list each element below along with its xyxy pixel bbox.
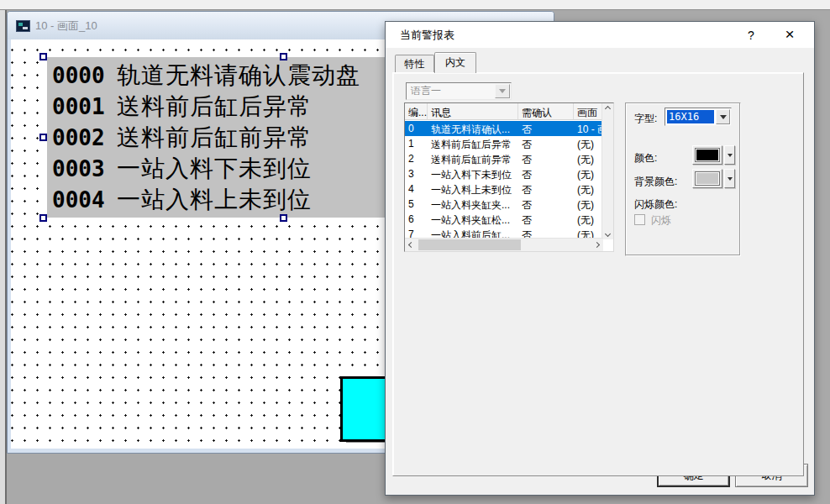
color-swatch-button[interactable] [692,145,722,165]
scroll-up-icon[interactable] [605,106,611,112]
cell-confirm: 否 [518,181,574,197]
scroll-down-icon[interactable] [605,231,611,237]
scrollbar-thumb[interactable] [418,239,521,250]
language-select[interactable]: 语言一 [406,82,512,100]
window-title: 10 - 画面_10 [35,18,97,34]
table-row[interactable]: 5 一站入料夹缸夹... 否 (无) [405,197,603,212]
font-select-value: 16X16 [667,110,714,123]
help-button[interactable]: ? [740,26,762,45]
cell-confirm: 否 [518,166,574,181]
column-header-message[interactable]: 讯息 [428,103,518,119]
selection-handle-bottom-mid[interactable] [280,214,287,222]
screen-icon [16,20,30,32]
alarm-message: 一站入料上未到位 [117,184,312,216]
cell-number: 1 [405,136,428,151]
bg-color-dropdown-button[interactable] [724,169,735,188]
cell-confirm: 否 [518,121,574,136]
cell-message: 轨道无料请确认... [428,121,518,136]
table-row[interactable]: 0 轨道无料请确认... 否 10 - 画 [405,121,603,136]
alarm-code: 0002 [52,125,106,150]
cell-screen: (无) [574,181,603,197]
alarm-code: 0003 [52,156,106,181]
cell-number: 3 [405,166,428,181]
tab-page-content: 语言一 编... 讯息 需确认 画面 0 轨道无料请确认... 否 10 - 画… [392,72,804,476]
selection-handle-top-left[interactable] [39,53,47,60]
table-row[interactable]: 4 一站入料上未到位 否 (无) [405,181,603,197]
font-select[interactable]: 16X16 [665,108,732,126]
app-top-strip [0,0,830,10]
chevron-down-icon [716,109,730,124]
alarm-message: 送料前后缸后异常 [117,91,312,123]
blink-checkbox[interactable] [634,214,645,225]
selection-handle-top-mid[interactable] [280,53,287,60]
column-header-number[interactable]: 编... [405,103,428,119]
color-swatch [696,149,719,161]
bg-color-swatch [696,172,719,185]
cell-screen: (无) [574,136,603,151]
dialog-title: 当前警报表 [400,28,454,43]
selection-handle-mid-left[interactable] [39,134,47,141]
app-left-strip [0,10,7,504]
cell-screen: (无) [574,166,603,181]
cell-message: 送料前后缸后异常 [428,136,518,151]
cell-number: 4 [405,181,428,197]
cell-confirm: 否 [518,136,574,151]
bg-color-swatch-button[interactable] [692,169,722,188]
cell-number: 6 [405,212,428,227]
alarm-message-table[interactable]: 编... 讯息 需确认 画面 0 轨道无料请确认... 否 10 - 画 1 送… [404,102,614,252]
alarm-code: 0001 [52,94,106,119]
alarm-message: 送料前后缸前异常 [117,122,312,154]
scroll-right-icon[interactable] [594,242,600,248]
alarm-message: 轨道无料请确认震动盘 [117,60,360,92]
table-row[interactable]: 3 一站入料下未到位 否 (无) [405,166,603,181]
alarm-code: 0000 [52,63,106,88]
alarm-table-dialog: 当前警报表 ? × 特性 内文 语言一 编... 讯息 需确认 画面 0 轨道无… [385,21,815,496]
table-header: 编... 讯息 需确认 画面 [405,103,603,120]
alarm-message: 一站入料下未到位 [117,153,312,185]
cell-message: 一站入料夹缸松... [428,212,518,227]
scroll-left-icon[interactable] [408,242,414,248]
cell-screen: 10 - 画 [574,121,603,136]
color-label: 颜色: [634,151,657,165]
tab-content[interactable]: 内文 [434,52,476,73]
table-row[interactable]: 1 送料前后缸后异常 否 (无) [405,136,603,151]
cell-screen: (无) [574,212,603,227]
cell-number: 2 [405,151,428,166]
font-settings-panel: 字型: 16X16 颜色: 背景颜色: 闪烁颜色: 闪烁 [625,102,741,256]
cell-message: 一站入料上未到位 [428,181,518,197]
cell-confirm: 否 [518,212,574,227]
cell-message: 一站入料夹缸夹... [428,197,518,212]
chevron-down-icon [495,84,510,98]
cell-message: 一站入料下未到位 [428,166,518,181]
tab-properties[interactable]: 特性 [395,55,434,72]
bg-color-label: 背景颜色: [634,175,677,189]
close-icon[interactable]: × [777,24,802,45]
column-header-screen[interactable]: 画面 [574,103,603,119]
table-row[interactable]: 6 一站入料夹缸松... 否 (无) [405,212,603,227]
color-dropdown-button[interactable] [724,145,735,165]
column-header-confirm[interactable]: 需确认 [518,103,574,119]
cell-message: 送料前后缸前异常 [428,151,518,166]
blink-checkbox-label: 闪烁 [651,213,671,228]
cell-number: 5 [405,197,428,212]
font-label: 字型: [634,112,657,126]
cell-confirm: 否 [518,197,574,212]
alarm-code: 0004 [52,187,106,213]
vertical-scrollbar[interactable] [601,103,613,239]
selection-handle-bottom-left[interactable] [39,214,47,222]
blink-color-label: 闪烁颜色: [634,197,677,212]
horizontal-scrollbar[interactable] [405,238,603,251]
cell-screen: (无) [574,151,603,166]
cell-screen: (无) [574,197,603,212]
table-row[interactable]: 2 送料前后缸前异常 否 (无) [405,151,603,166]
language-select-value: 语言一 [411,84,441,98]
cell-confirm: 否 [518,151,574,166]
cell-number: 0 [405,121,428,136]
